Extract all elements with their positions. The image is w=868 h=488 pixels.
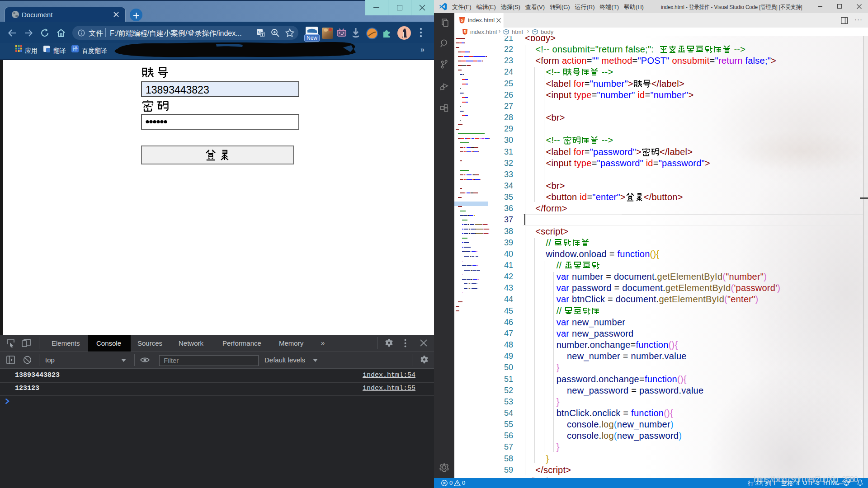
svg-text:5: 5 [461, 18, 463, 23]
svg-text:5: 5 [464, 30, 466, 34]
